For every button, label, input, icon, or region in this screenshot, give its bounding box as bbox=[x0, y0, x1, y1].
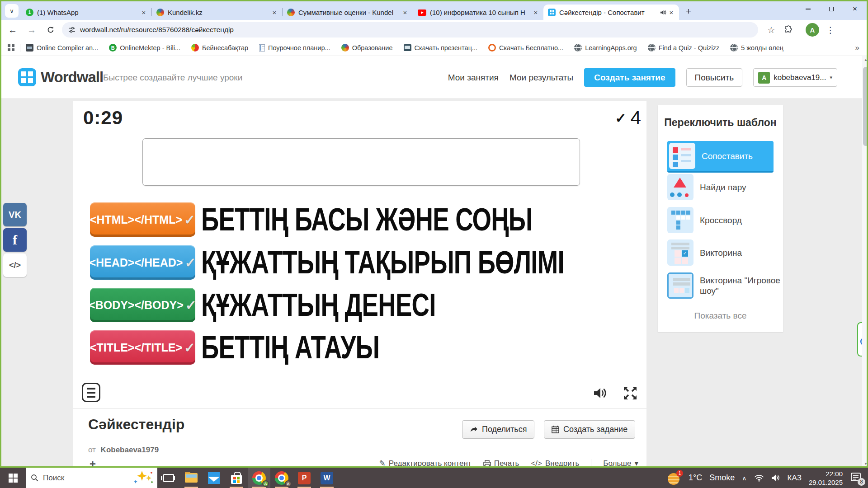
extensions-icon[interactable] bbox=[782, 23, 795, 37]
bookmark-item[interactable]: Бейнесабақтар bbox=[191, 44, 248, 52]
profile-avatar[interactable]: A bbox=[806, 23, 819, 37]
keyword-card-title[interactable]: <TITLE></TITLE> ✓ bbox=[90, 330, 195, 365]
template-find-match[interactable]: Найди пару bbox=[658, 174, 783, 200]
taskbar-word[interactable]: W bbox=[316, 468, 338, 488]
bookmark-item[interactable]: Online Compiler an... bbox=[26, 44, 98, 52]
upgrade-button[interactable]: Повысить bbox=[686, 68, 743, 87]
tray-expand-icon[interactable]: ∧ bbox=[742, 474, 746, 482]
kundelik-favicon bbox=[287, 9, 295, 16]
tab-youtube[interactable]: (10) информатика 10 сынып Н × bbox=[413, 5, 543, 20]
template-quiz[interactable]: Викторина bbox=[658, 239, 783, 266]
facebook-share-button[interactable]: f bbox=[3, 228, 27, 252]
task-view-button[interactable] bbox=[157, 468, 180, 488]
bookmark-star-icon[interactable]: ☆ bbox=[764, 23, 778, 37]
site-info-icon[interactable] bbox=[68, 26, 75, 33]
keyword-card-html[interactable]: <HTML></HTML> ✓ bbox=[90, 202, 195, 237]
close-icon[interactable]: × bbox=[401, 8, 409, 16]
bookmark-item[interactable]: Скачать Бесплатно... bbox=[488, 44, 563, 52]
vk-share-button[interactable]: VK bbox=[3, 203, 27, 226]
fullscreen-button[interactable] bbox=[621, 385, 639, 402]
wifi-icon[interactable] bbox=[754, 474, 764, 482]
definition-label: БЕТТІҢ АТАУЫ bbox=[201, 330, 429, 365]
close-icon[interactable]: × bbox=[270, 8, 278, 16]
browser-menu-icon[interactable]: ⋮ bbox=[824, 23, 837, 37]
tab-search-button[interactable]: ∨ bbox=[5, 4, 19, 18]
sound-button[interactable] bbox=[591, 385, 609, 402]
answer-drop-zone[interactable] bbox=[142, 138, 580, 186]
minimize-button[interactable] bbox=[796, 1, 820, 17]
apps-grid-icon[interactable] bbox=[8, 44, 14, 51]
start-button[interactable] bbox=[0, 468, 26, 488]
embed-link[interactable]: </>Внедрить bbox=[531, 459, 579, 467]
taskbar-powerpoint[interactable]: P bbox=[293, 468, 316, 488]
bookmark-item[interactable]: Скачать презентац... bbox=[404, 44, 478, 52]
tab-title: Сәйкестендір - Сопоставит bbox=[559, 9, 659, 16]
add-to-favorites-icon[interactable]: + bbox=[90, 458, 96, 466]
action-center[interactable]: 8 bbox=[850, 471, 863, 485]
nav-my-results[interactable]: Мои результаты bbox=[509, 73, 573, 83]
close-icon[interactable]: × bbox=[140, 8, 148, 16]
tab-kundelik[interactable]: Kundelik.kz × bbox=[152, 5, 282, 20]
keyword-card-body[interactable]: <BODY></BODY> ✓ bbox=[90, 288, 195, 322]
taskbar-chrome-2[interactable]: A bbox=[270, 468, 293, 488]
scroll-up-icon[interactable]: ▲ bbox=[862, 58, 867, 62]
taskbar-file-explorer[interactable] bbox=[180, 468, 203, 488]
new-tab-button[interactable]: + bbox=[682, 5, 695, 18]
wordwall-favicon bbox=[548, 9, 556, 16]
header-nav: Мои занятия Мои результаты Создать занят… bbox=[448, 68, 837, 87]
close-window-button[interactable]: × bbox=[843, 1, 867, 17]
reload-button[interactable] bbox=[43, 22, 58, 38]
share-button[interactable]: Поделиться bbox=[462, 420, 534, 439]
embed-code-button[interactable]: </> bbox=[3, 253, 27, 277]
template-crossword[interactable]: Кроссворд bbox=[658, 207, 783, 233]
bookmark-item[interactable]: Образование bbox=[341, 44, 393, 52]
keyword-card-head[interactable]: <HEAD></HEAD> ✓ bbox=[90, 245, 195, 280]
tab-wordwall-active[interactable]: Сәйкестендір - Сопоставит × bbox=[543, 5, 679, 20]
bookmark-item[interactable]: LearningApps.org bbox=[574, 44, 637, 52]
more-link[interactable]: Больше▾ bbox=[603, 459, 638, 466]
tab-title: Суммативные оценки - Kundel bbox=[298, 9, 401, 16]
template-gameshow-quiz[interactable]: Викторина "Игровое шоу" bbox=[658, 272, 783, 299]
scrollbar-thumb[interactable] bbox=[863, 67, 867, 146]
user-menu[interactable]: A kobebaeva19... ▾ bbox=[753, 68, 837, 87]
bookmark-item[interactable]: BOnlineMektep - Bili... bbox=[109, 44, 180, 52]
taskbar-store[interactable] bbox=[225, 468, 248, 488]
volume-icon[interactable] bbox=[771, 474, 780, 482]
browser-window: ∨ 1 (1) WhatsApp × Kundelik.kz × Суммати… bbox=[0, 0, 868, 468]
show-all-link[interactable]: Показать все bbox=[658, 311, 783, 321]
bookmark-item[interactable]: 5 жолды өлең bbox=[730, 44, 783, 52]
page-scrollbar[interactable]: ▲ ▼ bbox=[862, 56, 867, 466]
print-link[interactable]: Печать bbox=[483, 459, 519, 467]
scroll-down-icon[interactable]: ▼ bbox=[862, 462, 867, 466]
bookmark-item[interactable]: Find a Quiz - Quizizz bbox=[648, 44, 720, 52]
search-input[interactable]: Поиск bbox=[26, 468, 157, 488]
edit-content-link[interactable]: ✎Редактировать контент bbox=[379, 459, 472, 466]
nav-my-activities[interactable]: Мои занятия bbox=[448, 73, 499, 83]
create-activity-button[interactable]: Создать занятие bbox=[584, 68, 675, 87]
tab-whatsapp[interactable]: 1 (1) WhatsApp × bbox=[21, 5, 151, 20]
taskbar-chrome-1[interactable]: A bbox=[248, 468, 270, 488]
assign-button[interactable]: Создать задание bbox=[544, 420, 635, 439]
bookmarks-overflow-icon[interactable]: » bbox=[855, 43, 859, 52]
taskbar-mail[interactable] bbox=[203, 468, 225, 488]
weather-condition[interactable]: Smoke bbox=[709, 473, 735, 483]
back-button[interactable]: ← bbox=[5, 22, 20, 38]
author-name[interactable]: Kobebaeva1979 bbox=[101, 446, 159, 454]
bookmark-item[interactable]: Поурочное планир... bbox=[259, 44, 330, 52]
address-bar[interactable]: wordwall.net/ru/resource/85760288/сәйкес… bbox=[62, 22, 758, 38]
wordwall-logo[interactable]: Wordwall bbox=[18, 68, 103, 86]
tab-summative[interactable]: Суммативные оценки - Kundel × bbox=[283, 5, 413, 20]
game-menu-button[interactable] bbox=[82, 383, 100, 402]
maximize-button[interactable] bbox=[820, 1, 843, 17]
weather-temp[interactable]: 1°C bbox=[689, 473, 702, 483]
template-match-up[interactable]: Сопоставить bbox=[667, 141, 774, 173]
check-icon: ✓ bbox=[184, 255, 196, 271]
forward-button[interactable]: → bbox=[24, 22, 39, 38]
clock[interactable]: 22:00 29.01.2025 bbox=[809, 469, 843, 487]
system-tray: 1 1°C Smoke ∧ КАЗ 22:00 29.01.2025 8 bbox=[667, 469, 868, 487]
close-icon[interactable]: × bbox=[667, 8, 675, 16]
weather-widget[interactable]: 1 bbox=[667, 471, 681, 485]
time: 22:00 bbox=[809, 469, 843, 478]
language-indicator[interactable]: КАЗ bbox=[788, 474, 802, 483]
close-icon[interactable]: × bbox=[532, 8, 540, 16]
